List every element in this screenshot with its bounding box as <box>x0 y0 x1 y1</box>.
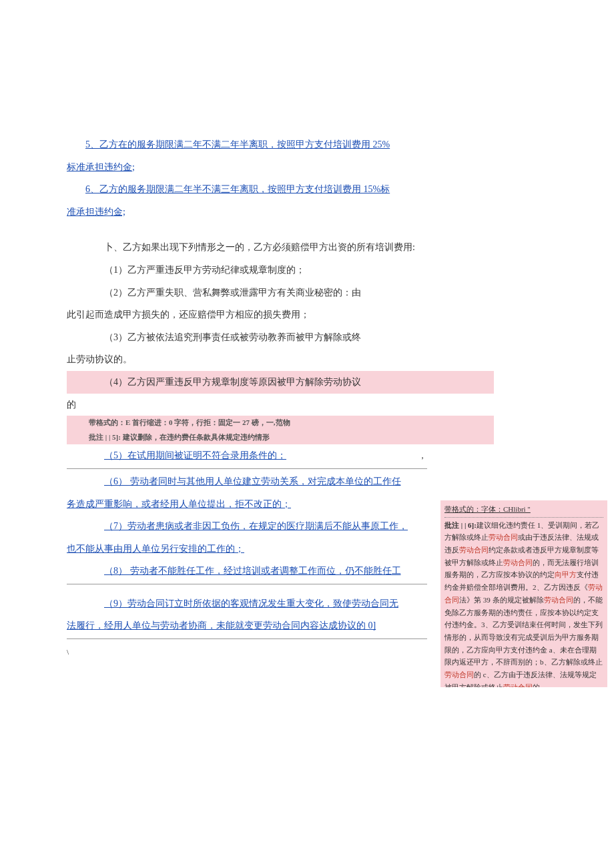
item-4-tail: 的 <box>67 394 494 416</box>
item-3: （3）乙方被依法追究刑事责任或被劳动教养而被甲方解除或终 <box>67 326 494 349</box>
item-4-block: （4）乙方因严重违反甲方规章制度等原因被甲方解除劳动协议 <box>67 371 494 394</box>
comment-6-format: 带格式的：字体：CHlibri " <box>444 503 603 518</box>
section-b-head: 卜、乙方如果出现下列情形之一的，乙方必须赔偿甲方出资的所有培训费用: <box>67 236 494 259</box>
item-6-line1: （6） 劳动者同时与其他用人单位建立劳动关系，对完成本单位的工作任 <box>67 470 427 493</box>
clause-6-line2: 准承担违约金; <box>67 201 494 224</box>
item-4: （4）乙方因严重违反甲方规章制度等原因被甲方解除劳动协议 <box>67 371 494 394</box>
item-7-line1: （7）劳动者患病或者非因工负伤，在规定的医疗期满后不能从事原工作， <box>67 515 427 538</box>
comment-6-panel: 带格式的：字体：CHlibri " 批注 | | 6]:建议细化违约责任 1、受… <box>440 500 607 687</box>
item-8: （8） 劳动者不能胜任工作，经过培训或者调整工作而位，仍不能胜任工 <box>67 560 427 582</box>
clause-5-line1: 5、乙方在的服务期限满二年不满二年半离职，按照甲方支付培训费用 25% <box>67 133 494 156</box>
clause-6-line1: 6、乙方的服务期限满二年半不满三年离职，按照甲方支付培训费用 15%标 <box>67 178 494 201</box>
item-2-tail: 此引起而造成甲方损失的，还应赔偿甲方相应的损失费用； <box>67 304 494 326</box>
item-6-line2: 务造成严重影响，或者经用人单位提出，拒不改正的； <box>67 493 427 516</box>
item-3-tail: 止劳动协议的。 <box>67 348 494 371</box>
item-5: （5）在试用期间被证明不符合录用条件的； ， <box>67 444 427 467</box>
main-column: 5、乙方在的服务期限满二年不满二年半离职，按照甲方支付培训费用 25% 标准承担… <box>67 133 494 661</box>
comment-6-body: 批注 | | 6]:建议细化违约责任 1、受训期间，若乙方解除或终止劳动合同或由… <box>444 519 603 688</box>
clause-5-line2: 标准承担违约金; <box>67 156 494 179</box>
comment-5: 批注 | | 5]: 建议删除，在违约费任条款具体规定违约情形 <box>67 430 494 445</box>
item-7-line2: 也不能从事由用人单位另行安排的工作的； <box>67 538 427 560</box>
item-2: （2）乙方严重失职、营私舞弊或泄露甲方有关商业秘密的：由 <box>67 282 494 304</box>
item-9-line2: 法履行，经用人单位与劳动者协商，未能就变更劳动合同内容达成协议的 0] <box>67 614 427 637</box>
divider <box>67 638 427 639</box>
divider <box>67 468 427 469</box>
divider <box>67 584 427 584</box>
item-9-line1: （9）劳动合同订立时所依据的客观情况发生重大变化，致使劳动合同无 <box>67 592 427 615</box>
tracked-changes-block: （5）在试用期间被证明不符合录用条件的； ， （6） 劳动者同时与其他用人单位建… <box>67 444 427 639</box>
footer-mark: \ <box>67 643 494 661</box>
document-page: 5、乙方在的服务期限满二年不满二年半离职，按照甲方支付培训费用 25% 标准承担… <box>0 0 614 687</box>
format-comment-block: 带格式的：E 首行缩进：0 字符，行拒：固定一 27 磅，一,范物 批注 | |… <box>67 416 494 444</box>
item-1: （1）乙方严重违反甲方劳动纪律或规章制度的； <box>67 259 494 282</box>
format-note-1: 带格式的：E 首行缩进：0 字符，行拒：固定一 27 磅，一,范物 <box>67 416 494 430</box>
